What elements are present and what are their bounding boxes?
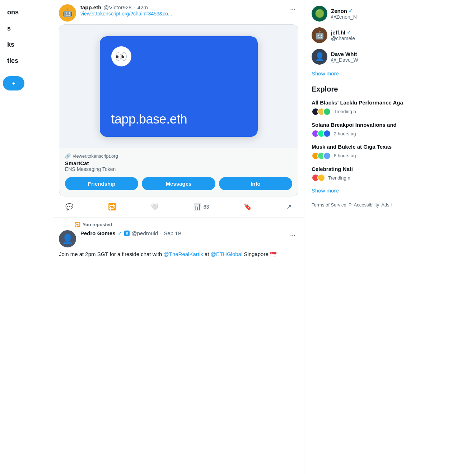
- sugg-avatar-1: 🟢: [312, 6, 327, 22]
- explore-meta-1: Trending n: [312, 108, 434, 116]
- retweet-button[interactable]: 🔁: [104, 201, 120, 213]
- share-icon: ↗: [286, 203, 292, 211]
- tweet-card-2: 👤 Pedro Gomes ✓ ≡ @pedrouid · Sep 19 ···…: [53, 229, 304, 263]
- tweet-avatar-1: 🤖: [59, 4, 76, 22]
- explore-avatars-2: [312, 130, 331, 138]
- explore-item-3[interactable]: Musk and Bukele at Giga Texas 8 hours ag: [312, 143, 434, 160]
- suggested-user-2[interactable]: 🤖 jeff.hl ✓ @chamele: [312, 27, 434, 43]
- suggested-user-1[interactable]: 🟢 Zenon ✓ @Zenon_N: [312, 6, 434, 22]
- sugg-info-1: Zenon ✓ @Zenon_N: [331, 8, 434, 20]
- tweet-more-button-2[interactable]: ···: [287, 230, 298, 241]
- sugg-name-text-3: Dave Whit: [331, 51, 357, 57]
- sugg-name-3: Dave Whit: [331, 51, 434, 57]
- reply-button[interactable]: 💬: [62, 201, 77, 213]
- left-sidebar: ons s ks ties +: [0, 0, 53, 474]
- explore-sub-1: Trending n: [334, 109, 356, 114]
- tweet-meta-1: tapp.eth @Victor928 · 42m viewer.tokensc…: [80, 4, 283, 17]
- explore-avatars-3: [312, 152, 331, 160]
- bookmark-button[interactable]: 🔖: [240, 201, 255, 213]
- footer-accessibility[interactable]: Accessibility: [354, 202, 379, 208]
- tweet-author-handle-1: @Victor928: [103, 4, 131, 10]
- sugg-avatar-2: 🤖: [312, 27, 327, 43]
- tweet-avatar-2: 👤: [59, 230, 76, 247]
- sugg-verified-1: ✓: [349, 8, 353, 14]
- verified-badge-2: ✓: [118, 231, 122, 236]
- left-nav-ons[interactable]: ons: [3, 6, 50, 19]
- explore-mini-avatar-3c: [323, 152, 331, 160]
- token-source-domain: viewer.tokenscript.org: [73, 153, 118, 159]
- tweet-meta-2: Pedro Gomes ✓ ≡ @pedrouid · Sep 19: [80, 230, 283, 236]
- suggested-user-3[interactable]: 👤 Dave Whit @_Dave_W: [312, 49, 434, 65]
- tweet-text-rest: Singapore 🇸🇬: [242, 251, 277, 257]
- explore-topic-4: Celebrating Nati: [312, 166, 434, 173]
- sugg-name-1: Zenon ✓: [331, 8, 434, 14]
- token-card: 👀 tapp.base.eth 🔗 viewer.tokenscript.org…: [59, 24, 298, 196]
- tweet-header-2: 👤 Pedro Gomes ✓ ≡ @pedrouid · Sep 19 ···: [59, 230, 298, 247]
- views-icon: 📊: [193, 203, 201, 211]
- right-sidebar: 🟢 Zenon ✓ @Zenon_N 🤖 jeff.hl ✓ @chamele: [304, 0, 441, 474]
- token-source-line: 🔗 viewer.tokenscript.org: [65, 153, 292, 159]
- tweet-text-at: at: [203, 251, 211, 257]
- tweet-time-2: Sep 19: [164, 230, 181, 236]
- link-icon: 🔗: [65, 153, 71, 159]
- sugg-handle-1: @Zenon_N: [331, 14, 434, 20]
- friendship-button[interactable]: Friendship: [65, 177, 138, 190]
- explore-topic-2: Solana Breakpoi Innovations and: [312, 121, 434, 129]
- explore-avatars-1: [312, 108, 331, 116]
- tweet-link-1[interactable]: viewer.tokenscript.org/?chain=8453&co...: [80, 11, 172, 17]
- tweet-author-line-2: Pedro Gomes ✓ ≡ @pedrouid · Sep 19: [80, 230, 283, 236]
- explore-sub-4: Trending n: [328, 175, 350, 181]
- tweet-header-1: 🤖 tapp.eth @Victor928 · 42m viewer.token…: [59, 4, 298, 22]
- explore-item-1[interactable]: All Blacks' Lacklu Performance Aga Trend…: [312, 99, 434, 116]
- bookmark-icon: 🔖: [244, 203, 252, 211]
- explore-item-4[interactable]: Celebrating Nati Trending n: [312, 166, 434, 182]
- token-title: SmartCat: [65, 160, 292, 166]
- sugg-verified-2: ✓: [347, 29, 351, 35]
- share-button[interactable]: ↗: [283, 201, 295, 213]
- left-nav-ks[interactable]: ks: [3, 38, 50, 51]
- show-more-link-1[interactable]: Show more: [312, 70, 434, 76]
- product-badge: ≡: [124, 231, 130, 236]
- messages-button[interactable]: Messages: [142, 177, 215, 190]
- token-logo: 👀: [111, 46, 131, 66]
- tweet-text-2: Join me at 2pm SGT for a fireside chat w…: [59, 250, 298, 259]
- explore-mini-avatar-4b: [317, 174, 325, 182]
- sugg-name-text-2: jeff.hl: [331, 29, 345, 36]
- post-button[interactable]: +: [3, 76, 24, 90]
- token-actions: Friendship Messages Info: [59, 177, 298, 196]
- token-logo-icon: 👀: [115, 51, 127, 62]
- left-nav-s[interactable]: s: [3, 22, 50, 35]
- tweet-text-before: Join me at 2pm SGT for a fireside chat w…: [59, 251, 164, 257]
- like-button[interactable]: 🤍: [147, 201, 162, 213]
- repost-label: You reposted: [83, 222, 112, 227]
- sidebar-footer: Terms of Service P Accessibility Ads i: [312, 202, 434, 208]
- mention-ethglobal[interactable]: @ETHGlobal: [211, 251, 243, 257]
- tweet-more-button-1[interactable]: ···: [287, 4, 298, 15]
- show-more-link-2[interactable]: Show more: [312, 187, 434, 194]
- main-feed: 🤖 tapp.eth @Victor928 · 42m viewer.token…: [53, 0, 304, 474]
- explore-sub-2: 2 hours ag: [334, 131, 356, 136]
- tweet-author-line-1: tapp.eth @Victor928 · 42m: [80, 4, 283, 10]
- token-blue-card: 👀 tapp.base.eth: [100, 36, 258, 137]
- explore-meta-4: Trending n: [312, 174, 434, 182]
- footer-ads: Ads i: [381, 202, 392, 208]
- info-button[interactable]: Info: [219, 177, 292, 190]
- sugg-info-2: jeff.hl ✓ @chamele: [331, 29, 434, 41]
- repost-icon: 🔁: [75, 222, 80, 227]
- sugg-name-text-1: Zenon: [331, 8, 347, 14]
- footer-terms[interactable]: Terms of Service: [312, 202, 346, 208]
- tweet-time-1: 42m: [137, 4, 148, 10]
- tweet-dot-2: ·: [160, 230, 162, 236]
- views-button[interactable]: 📊 63: [190, 201, 213, 213]
- explore-title: Explore: [312, 85, 434, 93]
- token-card-visual: 👀 tapp.base.eth: [59, 25, 298, 148]
- repost-indicator: 🔁 You reposted: [75, 222, 304, 227]
- mention-kartik[interactable]: @TheRealKartik: [164, 251, 203, 257]
- footer-privacy: P: [349, 202, 352, 208]
- tweet-card-1: 🤖 tapp.eth @Victor928 · 42m viewer.token…: [53, 0, 304, 218]
- explore-sub-3: 8 hours ag: [334, 153, 356, 158]
- explore-item-2[interactable]: Solana Breakpoi Innovations and 2 hours …: [312, 121, 434, 138]
- left-nav-ties[interactable]: ties: [3, 54, 50, 68]
- tweet-actions-1: 💬 🔁 🤍 📊 63 🔖 ↗: [59, 201, 298, 213]
- explore-avatars-4: [312, 174, 325, 182]
